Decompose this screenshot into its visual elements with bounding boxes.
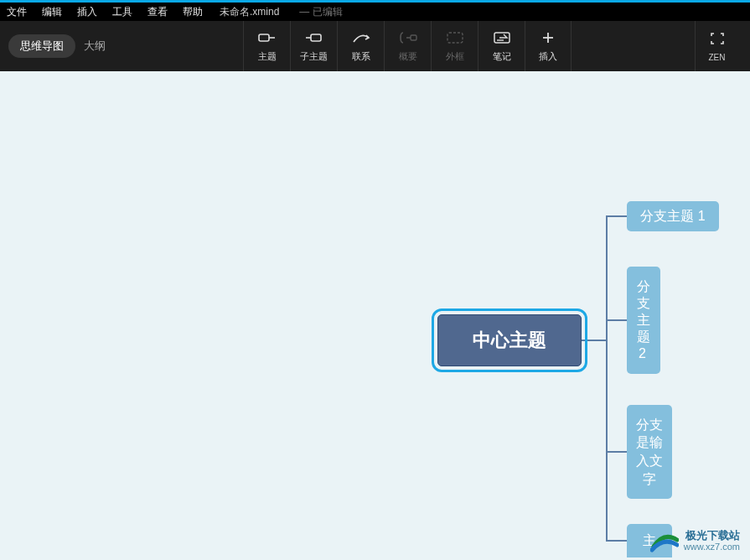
relation-icon bbox=[351, 29, 371, 46]
summary-icon bbox=[398, 29, 418, 46]
boundary-icon bbox=[445, 29, 465, 46]
tool-insert-label: 插入 bbox=[539, 50, 557, 63]
menu-edit[interactable]: 编辑 bbox=[42, 5, 62, 19]
svg-rect-6 bbox=[447, 33, 463, 43]
menu-help[interactable]: 帮助 bbox=[183, 5, 203, 19]
tool-summary: 概要 bbox=[384, 21, 431, 71]
center-topic-node[interactable]: 中心主题 bbox=[437, 314, 582, 366]
branch-topic-2-label: 分支主题2 bbox=[637, 278, 650, 362]
plus-icon bbox=[538, 29, 558, 46]
branch-topic-2[interactable]: 分支主题2 bbox=[627, 267, 660, 374]
branch-topic-1[interactable]: 分支主题 1 bbox=[627, 201, 719, 231]
tool-boundary-label: 外框 bbox=[446, 50, 464, 63]
menu-file[interactable]: 文件 bbox=[7, 5, 27, 19]
tab-mindmap[interactable]: 思维导图 bbox=[8, 34, 75, 58]
zen-mode-button[interactable]: ZEN bbox=[695, 21, 738, 71]
tool-note[interactable]: 笔记 bbox=[478, 21, 525, 71]
tool-topic-label: 主题 bbox=[258, 50, 277, 63]
logo-icon bbox=[650, 528, 679, 553]
menu-insert[interactable]: 插入 bbox=[77, 5, 97, 19]
watermark-title: 极光下载站 bbox=[684, 529, 740, 542]
svg-rect-3 bbox=[311, 34, 321, 41]
document-modified-status: — 已编辑 bbox=[299, 5, 342, 19]
tool-summary-label: 概要 bbox=[399, 50, 417, 63]
tool-boundary: 外框 bbox=[431, 21, 478, 71]
tool-note-label: 笔记 bbox=[493, 50, 511, 63]
note-icon bbox=[492, 29, 512, 46]
tool-group: 主题 子主题 联系 概要 外框 bbox=[243, 21, 572, 71]
tool-insert[interactable]: 插入 bbox=[525, 21, 572, 71]
tool-relation[interactable]: 联系 bbox=[337, 21, 384, 71]
tab-outline[interactable]: 大纲 bbox=[84, 39, 106, 54]
topic-icon bbox=[257, 29, 277, 46]
tool-topic[interactable]: 主题 bbox=[243, 21, 290, 71]
zen-label: ZEN bbox=[709, 53, 726, 62]
menu-tool[interactable]: 工具 bbox=[112, 5, 132, 19]
tool-subtopic[interactable]: 子主题 bbox=[290, 21, 337, 71]
branch-topic-3-label: 分支是输入文字 bbox=[636, 416, 663, 488]
tool-subtopic-label: 子主题 bbox=[300, 50, 328, 63]
subtopic-icon bbox=[304, 29, 324, 46]
menu-view[interactable]: 查看 bbox=[147, 5, 168, 19]
watermark: 极光下载站 www.xz7.com bbox=[650, 528, 740, 553]
view-switch: 思维导图 大纲 bbox=[8, 34, 106, 58]
tool-relation-label: 联系 bbox=[352, 50, 370, 63]
svg-rect-5 bbox=[411, 35, 416, 40]
menu-bar: 文件 编辑 插入 工具 查看 帮助 未命名.xmind — 已编辑 bbox=[0, 3, 750, 21]
branch-topic-3[interactable]: 分支是输入文字 bbox=[627, 405, 672, 499]
watermark-url: www.xz7.com bbox=[684, 542, 740, 552]
toolbar: 思维导图 大纲 主题 子主题 联系 概要 bbox=[0, 21, 750, 71]
svg-rect-0 bbox=[259, 34, 269, 41]
fullscreen-icon bbox=[709, 31, 726, 49]
document-title: 未命名.xmind bbox=[220, 5, 279, 19]
mindmap-canvas[interactable]: 中心主题 分支主题 1 分支主题2 分支是输入文字 主 极光下载站 www.xz… bbox=[0, 71, 750, 560]
